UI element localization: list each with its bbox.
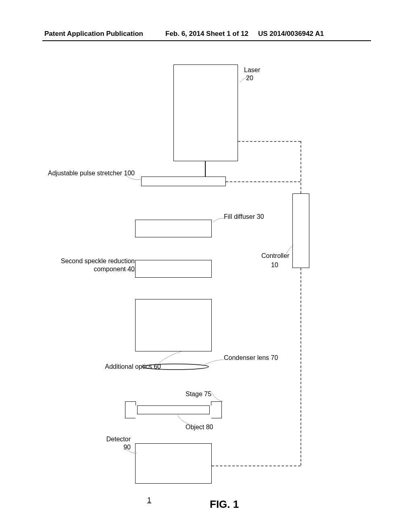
dash-line [212, 466, 300, 466]
controller-label: Controller [261, 252, 289, 260]
detector-label: Detector [106, 435, 131, 443]
laser-ref: 20 [246, 74, 253, 82]
detector-ref: 90 [123, 443, 131, 451]
callout-curve [204, 360, 224, 366]
speckle-line1: Second speckle reduction [61, 258, 135, 264]
detector-box [135, 443, 212, 484]
system-ref: 1 [147, 496, 151, 505]
header-left: Patent Application Publication [44, 30, 143, 38]
object-slide [137, 405, 210, 414]
fill-diffuser-box [135, 220, 212, 237]
additional-optics-box [135, 299, 212, 351]
figure-caption: FIG. 1 [210, 498, 239, 511]
header-right: US 2014/0036942 A1 [258, 30, 324, 38]
dash-line [238, 141, 300, 142]
laser-box [173, 64, 238, 161]
pulse-stretcher-box [141, 177, 226, 186]
dash-line [300, 268, 301, 466]
page: Patent Application Publication Feb. 6, 2… [0, 0, 413, 532]
fill-diffuser-label: Fill diffuser 30 [224, 213, 264, 221]
speckle-reduction-box [135, 260, 212, 278]
callout-curve [159, 351, 181, 364]
pulse-stretcher-label: Adjustable pulse stretcher 100 [48, 169, 135, 177]
dash-line [300, 141, 301, 193]
callout-curve [212, 393, 224, 402]
speckle-line2: component 40 [94, 266, 135, 272]
laser-label: Laser [244, 66, 260, 74]
stage-clip-right [211, 401, 222, 418]
header-rule [42, 40, 371, 41]
speckle-reduction-label: Second speckle reduction component 40 [61, 257, 135, 273]
stage-label: Stage 75 [186, 390, 211, 398]
object-label: Object 80 [186, 423, 213, 431]
controller-ref: 10 [271, 261, 278, 269]
beam-line [205, 161, 206, 177]
stage-clip-left [125, 401, 136, 418]
additional-optics-label: Additional optics 60 [105, 363, 161, 371]
dash-line [226, 181, 300, 182]
figure-1: Laser 20 Adjustable pulse stretcher 100 … [0, 64, 413, 492]
stage-assembly [125, 401, 222, 419]
header-center: Feb. 6, 2014 Sheet 1 of 12 [165, 30, 248, 38]
condenser-lens-label: Condenser lens 70 [224, 354, 278, 362]
controller-box [292, 193, 309, 268]
callout-curve [213, 218, 225, 225]
